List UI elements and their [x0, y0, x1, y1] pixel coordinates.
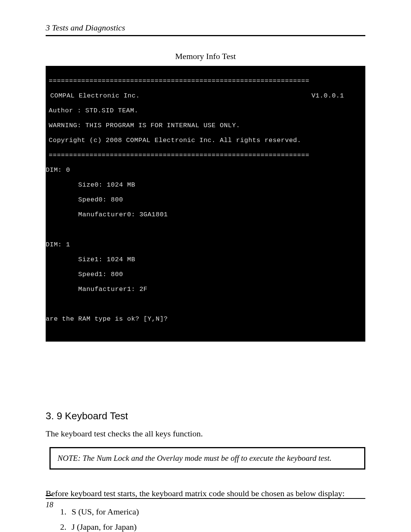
list-item: J (Japan, for Japan) [68, 522, 365, 532]
page-header: 3 Tests and Diagnostics [46, 23, 365, 36]
terminal-copyright: Copyright (c) 2008 COMPAL Electronic Inc… [46, 137, 365, 144]
terminal-screenshot: ========================================… [46, 66, 365, 342]
note-text: NOTE: The Num Lock and the Overlay mode … [57, 454, 331, 463]
chapter-title: 3 Tests and Diagnostics [46, 23, 125, 32]
footer-rule-mark [46, 495, 53, 496]
terminal-author: Author : STD.SID TEAM. [46, 107, 365, 115]
terminal-separator: ========================================… [46, 152, 365, 159]
terminal-dim0-speed: Speed0: 800 [46, 196, 365, 204]
terminal-blank [46, 226, 365, 233]
page-number: 18 [46, 500, 53, 509]
section-heading: 3. 9 Keyboard Test [46, 410, 365, 422]
page-footer: 18 [46, 498, 365, 509]
page: 3 Tests and Diagnostics Memory Info Test… [0, 0, 411, 532]
note-box: NOTE: The Num Lock and the Overlay mode … [49, 447, 365, 470]
terminal-separator: ========================================… [46, 77, 365, 85]
figure-title: Memory Info Test [46, 51, 365, 61]
keyboard-layout-list: S (US, for America) J (Japan, for Japan)… [68, 507, 365, 532]
terminal-dim1-size: Size1: 1024 MB [46, 256, 365, 264]
terminal-dim0-label: DIM: 0 [46, 166, 365, 174]
terminal-company: COMPAL Electronic Inc. [50, 92, 140, 100]
pre-list-text: Before keyboard test starts, the keyboar… [46, 489, 365, 498]
terminal-dim1-label: DIM: 1 [46, 241, 365, 249]
list-item-label: J (Japan, for Japan) [72, 522, 137, 532]
terminal-blank [46, 300, 365, 308]
terminal-header-row: COMPAL Electronic Inc.V1.0.0.1 [46, 92, 365, 100]
terminal-dim0-mfr: Manufacturer0: 3GA1801 [46, 211, 365, 219]
terminal-dim0-size: Size0: 1024 MB [46, 181, 365, 189]
terminal-prompt: are the RAM type is ok? [Y,N]? [46, 315, 365, 323]
terminal-dim1-speed: Speed1: 800 [46, 271, 365, 278]
section-intro: The keyboard test checks the all keys fu… [46, 429, 365, 439]
terminal-warning: WARNING: THIS PROGRAM IS FOR INTERNAL US… [46, 122, 365, 129]
terminal-version: V1.0.0.1 [311, 92, 344, 100]
terminal-dim1-mfr: Manufacturer1: 2F [46, 286, 365, 293]
